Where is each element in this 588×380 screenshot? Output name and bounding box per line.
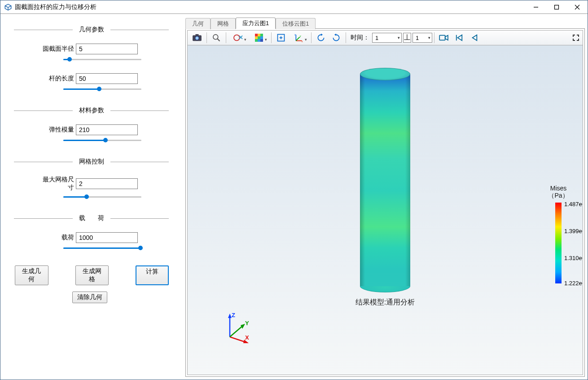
load-label: 载荷 [41, 234, 74, 242]
svg-marker-29 [228, 314, 232, 318]
maxsize-input[interactable] [76, 178, 138, 189]
tab-geometry[interactable]: 几何 [185, 18, 211, 29]
load-slider[interactable] [63, 244, 141, 252]
window-title: 圆截面拉杆的应力与位移分析 [15, 3, 97, 11]
elastic-slider[interactable] [63, 136, 141, 144]
legend-title-2: （Pa） [537, 192, 580, 200]
svg-rect-14 [258, 36, 260, 39]
app-icon [4, 3, 12, 11]
svg-rect-16 [255, 39, 258, 42]
legend-tick: 1.487e+07 [564, 201, 583, 208]
svg-point-9 [234, 35, 240, 41]
radius-input[interactable] [76, 44, 138, 54]
svg-line-8 [218, 39, 220, 41]
colormap-icon[interactable] [249, 31, 269, 44]
color-legend: Mises （Pa） 1.487e+07 1.399e+07 1.310e+07… [537, 185, 580, 283]
svg-text:z: z [294, 33, 296, 36]
generate-mesh-button[interactable]: 生成网格 [75, 265, 109, 285]
svg-marker-35 [241, 324, 245, 329]
section-title-material: 材料参数 [73, 106, 110, 115]
svg-rect-13 [255, 36, 258, 39]
legend-colorbar: 1.487e+07 1.399e+07 1.310e+07 1.222e+07 [555, 203, 562, 283]
svg-point-5 [195, 36, 199, 40]
svg-point-7 [213, 35, 218, 40]
step-combo[interactable]: 1 [412, 33, 432, 43]
section-title-geometry: 几何参数 [73, 26, 110, 34]
app-window: 圆截面拉杆的应力与位移分析 几何参数 圆截面半径 [0, 0, 588, 380]
legend-tick: 1.399e+07 [564, 228, 583, 234]
svg-rect-6 [195, 34, 198, 36]
svg-rect-18 [260, 39, 263, 42]
record-icon[interactable] [437, 31, 451, 44]
tab-displacement-contour[interactable]: 位移云图1 [276, 18, 316, 29]
svg-text:Y: Y [245, 320, 249, 327]
zoom-icon[interactable] [209, 31, 224, 44]
section-mesh-control: 网格控制 最大网格尺寸 [14, 158, 169, 201]
viewport-tabs: 几何 网格 应力云图1 位移云图1 [183, 18, 588, 28]
clear-geometry-button[interactable]: 清除几何 [72, 292, 107, 303]
legend-tick: 1.222e+07 [564, 280, 583, 287]
elastic-input[interactable] [76, 124, 138, 135]
length-slider[interactable] [63, 85, 141, 93]
expand-icon[interactable] [571, 31, 580, 44]
section-title-load: 载 荷 [73, 214, 110, 222]
minimize-button[interactable] [526, 0, 546, 14]
length-input[interactable] [76, 73, 138, 84]
svg-line-31 [230, 337, 246, 342]
length-label: 杆的长度 [41, 75, 74, 83]
svg-text:X: X [245, 334, 249, 341]
selection-mode-icon[interactable] [228, 31, 248, 44]
radius-slider[interactable] [63, 55, 141, 63]
section-title-mesh: 网格控制 [73, 158, 110, 166]
close-button[interactable] [567, 0, 588, 14]
svg-rect-17 [258, 39, 260, 42]
load-input[interactable] [76, 232, 138, 243]
svg-rect-10 [255, 34, 258, 36]
viewport-frame: zxy 时间： 1 丄 1 [185, 28, 585, 377]
titlebar: 圆截面拉杆的应力与位移分析 [0, 0, 588, 14]
legend-title-1: Mises [537, 185, 580, 192]
maximize-button[interactable] [546, 0, 567, 14]
svg-line-34 [230, 326, 242, 337]
tab-stress-contour[interactable]: 应力云图1 [236, 18, 276, 29]
elastic-label: 弹性模量 [41, 126, 74, 134]
tab-mesh[interactable]: 网格 [211, 18, 236, 29]
legend-tick: 1.310e+07 [564, 255, 583, 261]
svg-line-22 [296, 37, 299, 40]
svg-rect-1 [555, 5, 559, 9]
left-panel: 几何参数 圆截面半径 杆的长度 [0, 14, 182, 380]
maxsize-slider[interactable] [63, 193, 141, 201]
axis-orientation-icon[interactable]: zxy [289, 31, 309, 44]
svg-rect-15 [260, 36, 263, 39]
svg-rect-12 [260, 34, 263, 36]
viewport-subtitle: 结果模型:通用分析 [355, 298, 415, 307]
maxsize-label: 最大网格尺寸 [41, 176, 74, 192]
perpendicular-toggle[interactable]: 丄 [403, 33, 411, 43]
right-panel: 几何 网格 应力云图1 位移云图1 [182, 14, 588, 380]
section-geometry-params: 几何参数 圆截面半径 杆的长度 [14, 26, 169, 93]
svg-text:y: y [300, 35, 301, 37]
fit-view-icon[interactable] [274, 31, 288, 44]
rotate-cw-icon[interactable] [314, 31, 328, 44]
viewport-toolbar: zxy 时间： 1 丄 1 [187, 30, 583, 45]
svg-rect-26 [439, 35, 445, 40]
rotate-ccw-icon[interactable] [329, 31, 343, 44]
section-load: 载 荷 载荷 [14, 214, 169, 252]
prev-frame-icon[interactable] [467, 31, 482, 44]
generate-geometry-button[interactable]: 生成几何 [15, 265, 48, 285]
svg-rect-11 [258, 34, 260, 36]
radius-label: 圆截面半径 [41, 45, 74, 53]
result-viewport[interactable]: 结果模型:通用分析 Z X Y [187, 45, 583, 375]
section-material-params: 材料参数 弹性模量 [14, 106, 169, 144]
svg-text:x: x [302, 40, 303, 42]
axis-triad-icon: Z X Y [224, 312, 250, 343]
screenshot-icon[interactable] [190, 31, 204, 44]
time-combo[interactable]: 1 [372, 33, 402, 43]
first-frame-icon[interactable] [452, 31, 466, 44]
stress-cylinder [360, 68, 410, 292]
compute-button[interactable]: 计算 [136, 265, 169, 285]
svg-text:Z: Z [232, 312, 235, 318]
time-label: 时间： [351, 34, 369, 42]
